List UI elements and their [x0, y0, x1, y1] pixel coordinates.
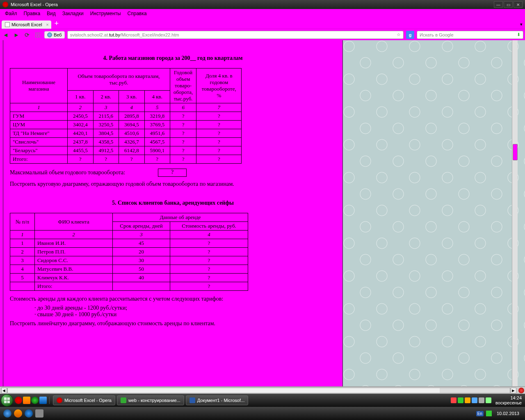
- tray-icon[interactable]: [486, 397, 491, 403]
- tray-icon[interactable]: [486, 411, 492, 416]
- back-button[interactable]: ◄: [2, 31, 10, 39]
- document-icon: [5, 22, 10, 27]
- clock-date[interactable]: 10.02.2013: [494, 411, 522, 416]
- table-row: 4Матусевич В.В.50?: [10, 265, 248, 274]
- th-volume: Объем товарооборота по кварталам, тыс.ру…: [68, 68, 170, 91]
- menu-view[interactable]: Вид: [47, 11, 56, 16]
- section4-title: 4. Работа магазинов города за 200__ год …: [10, 55, 336, 62]
- table-row: 2Петров П.П.20?: [10, 248, 248, 256]
- th-term: Срок аренды, дней: [113, 222, 170, 231]
- web-icon: [121, 397, 126, 403]
- clock[interactable]: 14:24воскресенье: [493, 395, 524, 405]
- url-category-chip[interactable]: Веб: [44, 31, 65, 39]
- opera-ql-icon[interactable]: [15, 397, 22, 404]
- minimize-button[interactable]: —: [494, 1, 503, 8]
- menu-edit[interactable]: Правка: [24, 11, 41, 16]
- table-stores: Наименование магазина Объем товарооборот…: [10, 68, 242, 164]
- menu-tools[interactable]: Инструменты: [90, 11, 121, 16]
- table-row: "Свислочь"2437,84358,54326,74567,5??: [10, 138, 242, 146]
- wmplayer-icon[interactable]: [3, 409, 11, 418]
- new-tab-button[interactable]: +: [55, 19, 59, 28]
- menu-bookmarks[interactable]: Закладки: [62, 11, 84, 16]
- task2-label: web - конструирование...: [128, 398, 180, 403]
- section5-note2: Построить линейчатую диаграмму, отобража…: [10, 320, 336, 327]
- close-window-button[interactable]: ✕: [514, 1, 523, 8]
- table-total-row: Итого:??????: [10, 155, 242, 164]
- hscroll-track[interactable]: [7, 388, 510, 393]
- globe-icon: [47, 32, 52, 37]
- word-icon: [189, 397, 195, 403]
- content-area: 4. Работа магазинов города за 200__ год …: [0, 40, 525, 386]
- windows-taskbar: Microsoft Excel - Opera web - конструиро…: [0, 394, 525, 407]
- max-value-box: ?: [158, 169, 187, 177]
- forward-button[interactable]: ►: [12, 31, 21, 39]
- th-q1: 1 кв.: [68, 91, 94, 103]
- th-q2: 2 кв.: [93, 91, 119, 103]
- tray-icon[interactable]: [472, 397, 477, 403]
- folder-ql-icon[interactable]: [39, 397, 47, 404]
- opera-icon: [57, 397, 62, 403]
- table-row: 1Иванов И.И.45?: [10, 239, 248, 248]
- hscroll-thumb[interactable]: [8, 388, 440, 393]
- system-tray: [451, 397, 493, 403]
- section5-bullet2: · свыше 30 дней - 1000 руб./сутки: [34, 311, 336, 318]
- th-num: № п/п: [10, 213, 35, 231]
- tab-list-dropdown-icon[interactable]: ▾: [520, 22, 523, 27]
- task1-label: Microsoft Excel - Opera: [64, 398, 112, 403]
- app-ql-icon[interactable]: [23, 397, 30, 404]
- scroll-right-button[interactable]: ►: [511, 388, 516, 393]
- tab-label: Microsoft Excel: [11, 22, 42, 27]
- table-row: ГУМ2450,52115,62895,83219,8??: [10, 112, 242, 121]
- start-button[interactable]: [1, 394, 13, 406]
- password-key-icon[interactable]: ⚿: [34, 31, 42, 39]
- url-part-bold: tut.by: [109, 32, 120, 37]
- maximize-button[interactable]: ▭: [504, 1, 513, 8]
- tab-close-icon[interactable]: ×: [46, 22, 48, 27]
- section5-note1: Стоимость аренды для каждого клиента рас…: [10, 296, 336, 302]
- opera-logo-icon: [2, 2, 8, 7]
- section5-title: 5. Список клиентов банка, арендующих сей…: [10, 200, 336, 206]
- url-input[interactable]: svisloch.school2.at.tut.by/Microsoft_Exc…: [67, 31, 404, 39]
- scroll-left-button[interactable]: ◄: [1, 388, 7, 393]
- side-pattern: [343, 40, 525, 386]
- opera-bug-icon[interactable]: [518, 388, 524, 393]
- ie-icon[interactable]: [25, 409, 33, 418]
- google-search-button[interactable]: g: [406, 31, 414, 39]
- task3-label: Документ1 - Microsof...: [197, 398, 244, 403]
- th-fio: ФИО клиента: [35, 213, 113, 231]
- tray-icon[interactable]: [458, 397, 463, 403]
- table-row: 5Климчук К.К.40?: [10, 274, 248, 282]
- bookmark-star-icon[interactable]: ☆: [397, 32, 401, 37]
- task-webconstruct[interactable]: web - конструирование...: [117, 395, 184, 405]
- max-label: Максимальный объем годового товарооборот…: [10, 169, 125, 176]
- reload-button[interactable]: ⟳: [23, 31, 31, 39]
- th-q3: 3 кв.: [119, 91, 145, 103]
- tray-icon[interactable]: [465, 397, 470, 403]
- task-opera[interactable]: Microsoft Excel - Opera: [53, 395, 115, 405]
- task-word[interactable]: Документ1 - Microsof...: [186, 395, 248, 405]
- explorer-icon[interactable]: [35, 409, 43, 418]
- utorrent-ql-icon[interactable]: [31, 397, 39, 404]
- menu-help[interactable]: Справка: [128, 11, 147, 16]
- scroll-thumb[interactable]: [513, 144, 518, 160]
- download-arrow-icon[interactable]: ⬇: [517, 32, 520, 37]
- menu-file[interactable]: Файл: [5, 11, 17, 16]
- window-title: Microsoft Excel - Opera: [11, 2, 58, 7]
- quicklaunch-row: En 10.02.2013: [0, 407, 525, 420]
- tray-icon[interactable]: [451, 397, 457, 403]
- language-indicator[interactable]: En: [476, 411, 484, 416]
- tab-active[interactable]: Microsoft Excel ×: [2, 21, 51, 29]
- th-name: Наименование магазина: [10, 68, 68, 103]
- search-placeholder: Искать в Google: [420, 32, 454, 37]
- window-titlebar: Microsoft Excel - Opera — ▭ ✕: [0, 0, 525, 9]
- chrome-icon[interactable]: [14, 409, 22, 418]
- tab-bar: Microsoft Excel × + ▾: [0, 18, 525, 29]
- table-row: "Беларусь"4455,54912,56142,85900,1??: [10, 146, 242, 155]
- vertical-scrollbar[interactable]: [512, 40, 518, 386]
- search-input[interactable]: Искать в Google ⬇: [417, 31, 523, 39]
- page-body: 4. Работа магазинов города за 200__ год …: [3, 40, 343, 386]
- url-chip-label: Веб: [54, 32, 62, 37]
- th-cost: Стоимость аренды, руб.: [170, 222, 248, 231]
- table-total-row: Итого:?: [10, 282, 248, 291]
- tray-icon[interactable]: [479, 397, 484, 403]
